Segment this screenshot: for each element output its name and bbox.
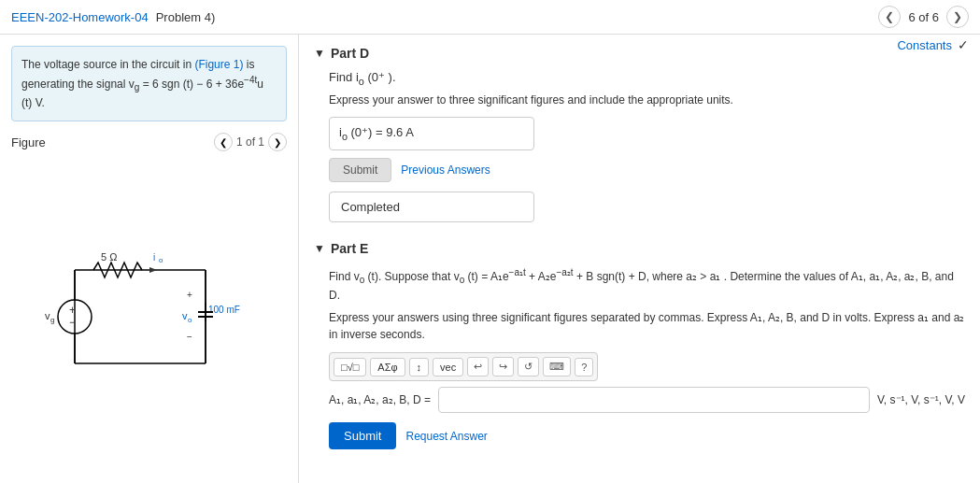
part-d-answer-box: io (0⁺) = 9.6 A	[329, 117, 534, 150]
part-d-section: ▼ Part D Find io (0⁺ ). Express your ans…	[314, 46, 965, 222]
constants-link[interactable]: Constants	[897, 38, 952, 52]
svg-text:100 mF: 100 mF	[208, 305, 240, 315]
svg-text:5 Ω: 5 Ω	[101, 251, 117, 263]
toolbar-refresh-btn[interactable]: ↺	[518, 357, 539, 376]
math-toolbar: □√□ ΑΣφ ↕ vec ↩ ↪ ↺ ⌨ ?	[329, 352, 598, 381]
part-e-answer-units: V, s⁻¹, V, s⁻¹, V, V	[877, 393, 965, 406]
figure-prev-btn[interactable]: ❮	[214, 133, 233, 151]
svg-text:−: −	[187, 332, 192, 342]
svg-text:+: +	[69, 304, 76, 317]
problem-description: The voltage source in the circuit in (Fi…	[11, 46, 287, 121]
part-d-toggle[interactable]: ▼	[314, 47, 325, 60]
checkmark-icon: ✓	[958, 37, 969, 52]
part-d-submit-btn[interactable]: Submit	[329, 158, 391, 182]
part-d-header: ▼ Part D	[314, 46, 965, 61]
part-e-submit-row: Submit Request Answer	[329, 422, 965, 449]
prev-problem-btn[interactable]: ❮	[878, 6, 901, 28]
toolbar-matrix-btn[interactable]: □√□	[334, 358, 366, 376]
left-panel: The voltage source in the circuit in (Fi…	[0, 35, 299, 483]
part-d-prev-answers-link[interactable]: Previous Answers	[401, 163, 490, 177]
part-e-submit-btn[interactable]: Submit	[329, 422, 396, 449]
chevron-left-icon: ❮	[885, 10, 894, 23]
part-d-instructions: Express your answer to three significant…	[329, 92, 965, 108]
description-text: The voltage source in the circuit in (Fi…	[21, 58, 263, 109]
toolbar-help-btn[interactable]: ?	[575, 358, 593, 376]
part-e-title: Part E	[331, 241, 368, 256]
svg-marker-5	[149, 267, 157, 273]
part-e-find: Find vo (t). Suppose that vo (t) = A₁e−a…	[329, 265, 965, 304]
part-d-find: Find io (0⁺ ).	[329, 70, 965, 87]
part-e-request-answer-link[interactable]: Request Answer	[405, 430, 487, 443]
constants-area: Constants ✓	[897, 37, 969, 52]
next-problem-btn[interactable]: ❯	[946, 6, 969, 28]
part-e-section: ▼ Part E Find vo (t). Suppose that vo (t…	[314, 241, 965, 449]
part-e-answer-input-row: A₁, a₁, A₂, a₂, B, D = V, s⁻¹, V, s⁻¹, V…	[329, 387, 965, 413]
fig-chevron-right-icon: ❯	[274, 137, 281, 148]
figure-label: Figure	[11, 135, 46, 149]
toolbar-arrows-btn[interactable]: ↕	[409, 358, 430, 376]
circuit-diagram: 5 Ω i o 100 mF	[11, 159, 287, 475]
part-e-answer-input[interactable]	[438, 387, 870, 413]
breadcrumb-link[interactable]: EEEN-202-Homework-04	[11, 10, 149, 24]
svg-text:o: o	[159, 256, 163, 264]
figure-link[interactable]: (Figure 1)	[194, 58, 243, 71]
svg-text:o: o	[188, 316, 192, 324]
part-e-body: Find vo (t). Suppose that vo (t) = A₁e−a…	[314, 265, 965, 449]
fig-chevron-left-icon: ❮	[220, 137, 227, 148]
part-d-completed-box: Completed	[329, 192, 534, 222]
main-layout: The voltage source in the circuit in (Fi…	[0, 35, 980, 483]
part-e-toggle[interactable]: ▼	[314, 242, 325, 255]
page-count: 6 of 6	[908, 10, 939, 24]
breadcrumb-area: EEEN-202-Homework-04 Problem 4)	[11, 10, 215, 24]
problem-label: Problem 4)	[156, 10, 216, 24]
part-d-btn-row: Submit Previous Answers	[329, 158, 965, 182]
svg-text:i: i	[153, 252, 155, 263]
part-e-answer-label: A₁, a₁, A₂, a₂, B, D =	[329, 393, 431, 406]
figure-section: Figure ❮ 1 of 1 ❯	[11, 133, 287, 475]
right-panel: ▼ Part D Find io (0⁺ ). Express your ans…	[299, 35, 980, 483]
top-bar: EEEN-202-Homework-04 Problem 4) ❮ 6 of 6…	[0, 0, 980, 35]
top-bar-right: ❮ 6 of 6 ❯	[878, 6, 969, 28]
figure-next-btn[interactable]: ❯	[268, 133, 287, 151]
figure-page: 1 of 1	[236, 135, 264, 149]
chevron-right-icon: ❯	[953, 10, 962, 23]
svg-text:−: −	[69, 316, 76, 329]
toolbar-vec-btn[interactable]: vec	[433, 358, 463, 376]
toolbar-keyboard-btn[interactable]: ⌨	[543, 357, 571, 376]
svg-text:g: g	[50, 316, 54, 324]
toolbar-redo-btn[interactable]: ↪	[492, 357, 514, 376]
circuit-svg: 5 Ω i o 100 mF	[37, 242, 262, 391]
part-e-instructions: Express your answers using three signifi…	[329, 309, 965, 343]
part-e-header: ▼ Part E	[314, 241, 965, 256]
figure-header: Figure ❮ 1 of 1 ❯	[11, 133, 287, 151]
figure-nav: ❮ 1 of 1 ❯	[214, 133, 287, 151]
toolbar-undo-btn[interactable]: ↩	[467, 357, 489, 376]
part-d-title: Part D	[331, 46, 369, 61]
svg-text:+: +	[187, 290, 192, 300]
part-d-body: Find io (0⁺ ). Express your answer to th…	[314, 70, 965, 222]
toolbar-sigma-btn[interactable]: ΑΣφ	[370, 358, 405, 376]
